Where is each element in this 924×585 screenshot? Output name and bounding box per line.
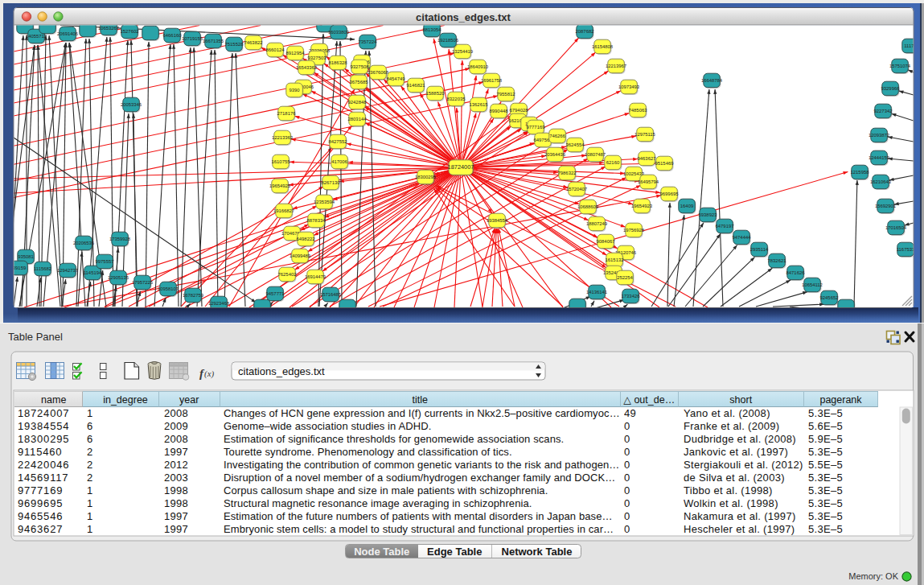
svg-text:12975115: 12975115 <box>634 132 655 137</box>
svg-text:746266: 746266 <box>549 134 565 138</box>
svg-text:16495794: 16495794 <box>638 179 659 184</box>
svg-text:7625402: 7625402 <box>278 272 297 277</box>
svg-text:1733426: 1733426 <box>622 294 641 299</box>
svg-text:5938923: 5938923 <box>699 212 718 217</box>
svg-text:9242848: 9242848 <box>348 100 368 105</box>
svg-text:9329966: 9329966 <box>881 86 901 91</box>
svg-text:13254419: 13254419 <box>452 49 473 54</box>
svg-text:9390: 9390 <box>289 88 300 93</box>
svg-text:7463822: 7463822 <box>244 40 263 45</box>
svg-text:2803144: 2803144 <box>348 117 368 122</box>
svg-text:17359928: 17359928 <box>109 237 131 241</box>
svg-text:18807249: 18807249 <box>586 221 607 226</box>
svg-text:8471626: 8471626 <box>786 270 806 275</box>
svg-text:9463627: 9463627 <box>638 156 656 161</box>
svg-text:1362615: 1362615 <box>470 102 489 107</box>
svg-text:8322035: 8322035 <box>447 97 466 101</box>
svg-text:9245652: 9245652 <box>820 295 839 300</box>
svg-text:16961758: 16961758 <box>481 78 503 83</box>
svg-text:10973493: 10973493 <box>618 84 640 89</box>
svg-text:1527602: 1527602 <box>121 29 139 34</box>
svg-text:1615132: 1615132 <box>606 257 624 262</box>
svg-text:12213363: 12213363 <box>272 135 294 140</box>
svg-text:7832621: 7832621 <box>768 258 786 263</box>
svg-text:15692901: 15692901 <box>875 204 896 208</box>
svg-text:16648784: 16648784 <box>701 78 723 83</box>
svg-text:8454749: 8454749 <box>387 76 405 81</box>
svg-text:1588520: 1588520 <box>426 91 446 96</box>
svg-text:20053346: 20053346 <box>121 102 142 107</box>
svg-text:(x): (x) <box>204 369 215 379</box>
svg-text:1115682: 1115682 <box>34 266 51 271</box>
svg-text:14136141: 14136141 <box>586 290 607 295</box>
svg-text:19166827: 19166827 <box>273 208 294 213</box>
svg-text:16782759: 16782759 <box>183 293 203 298</box>
svg-text:23676068: 23676068 <box>368 70 389 75</box>
svg-text:12444159: 12444159 <box>869 155 889 160</box>
svg-text:7357224: 7357224 <box>359 39 378 44</box>
svg-text:12923468: 12923468 <box>208 301 230 306</box>
svg-text:9474444: 9474444 <box>733 235 752 240</box>
svg-text:8186328: 8186328 <box>329 60 348 65</box>
svg-text:10958107: 10958107 <box>158 286 179 291</box>
svg-text:15716485: 15716485 <box>320 292 342 297</box>
svg-text:12905135: 12905135 <box>108 275 129 280</box>
svg-text:14055712: 14055712 <box>26 34 47 39</box>
svg-text:Table Panel: Table Panel <box>8 331 63 343</box>
svg-text:8990448: 8990448 <box>490 109 509 113</box>
svg-text:16210643: 16210643 <box>870 179 892 184</box>
svg-text:17016504: 17016504 <box>885 225 907 230</box>
svg-text:19384554: 19384554 <box>487 218 508 223</box>
svg-text:2718176: 2718176 <box>277 111 297 116</box>
svg-text:7485063: 7485063 <box>629 108 648 113</box>
svg-text:6794028: 6794028 <box>510 108 529 113</box>
svg-text:9327503: 9327503 <box>308 56 327 60</box>
svg-text:9457771: 9457771 <box>266 291 285 296</box>
svg-text:9084067: 9084067 <box>597 239 615 244</box>
svg-text:16154808: 16154808 <box>592 44 614 49</box>
svg-text:15751074: 15751074 <box>889 64 911 68</box>
svg-text:935081: 935081 <box>18 254 34 259</box>
svg-text:252254: 252254 <box>617 275 633 280</box>
svg-text:9699695: 9699695 <box>660 192 680 196</box>
svg-text:20691406: 20691406 <box>57 31 79 36</box>
svg-text:10653267: 10653267 <box>98 26 119 31</box>
svg-text:6498222: 6498222 <box>297 237 315 241</box>
svg-text:8912954: 8912954 <box>286 51 306 56</box>
svg-text:7955812: 7955812 <box>497 92 515 97</box>
svg-text:10807487: 10807487 <box>585 152 606 157</box>
svg-text:19218506: 19218506 <box>437 38 459 43</box>
svg-text:8660124: 8660124 <box>266 47 285 52</box>
svg-text:3675685: 3675685 <box>350 80 369 84</box>
svg-text:12213967: 12213967 <box>606 64 626 68</box>
svg-text:1145194: 1145194 <box>84 270 102 275</box>
svg-text:10719155: 10719155 <box>182 36 203 41</box>
svg-text:8267130: 8267130 <box>322 180 341 185</box>
svg-text:18640910: 18640910 <box>467 64 489 69</box>
svg-text:citations_edges.txt: citations_edges.txt <box>416 11 511 23</box>
svg-text:citations_edges.txt: citations_edges.txt <box>238 365 325 377</box>
svg-text:7986322: 7986322 <box>558 171 577 175</box>
svg-text:17957225: 17957225 <box>132 280 154 285</box>
svg-text:2935114: 2935114 <box>750 247 769 252</box>
svg-text:2087682: 2087682 <box>576 29 594 34</box>
svg-text:7515528: 7515528 <box>225 42 244 47</box>
svg-text:1167533: 1167533 <box>897 247 915 252</box>
svg-text:10688609: 10688609 <box>577 204 598 209</box>
svg-text:16033809: 16033809 <box>328 30 349 35</box>
svg-text:1610755: 1610755 <box>272 159 291 164</box>
svg-text:15720407: 15720407 <box>566 187 587 192</box>
svg-text:9777169: 9777169 <box>527 125 545 130</box>
svg-text:6466160: 6466160 <box>163 33 183 38</box>
svg-text:19654925: 19654925 <box>269 183 291 188</box>
svg-text:9327508: 9327508 <box>351 64 370 69</box>
svg-text:12942737: 12942737 <box>57 268 78 273</box>
svg-text:9975557: 9975557 <box>96 259 114 264</box>
svg-text:6479197: 6479197 <box>716 224 734 229</box>
svg-text:19654923: 19654923 <box>631 204 653 208</box>
svg-text:8878334: 8878334 <box>307 218 326 223</box>
svg-text:14099489: 14099489 <box>290 253 310 258</box>
svg-text:18300295: 18300295 <box>415 175 437 179</box>
svg-text:39159: 39159 <box>13 266 26 270</box>
svg-text:18724007: 18724007 <box>448 163 474 171</box>
